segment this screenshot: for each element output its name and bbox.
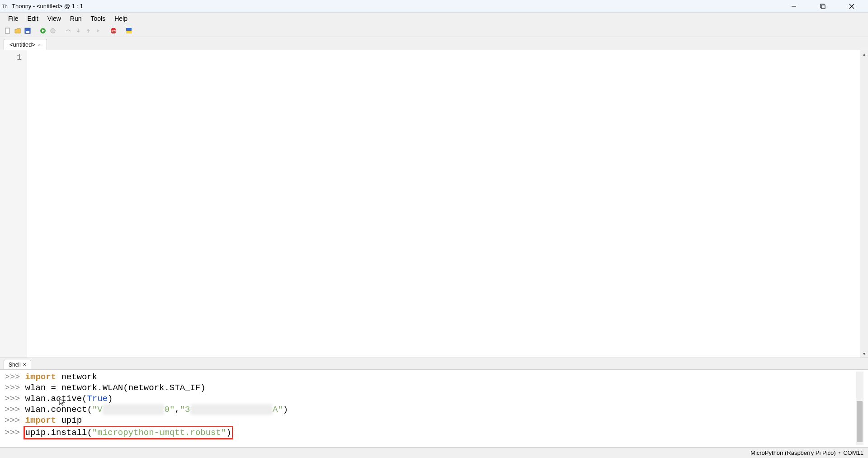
- shell-line: >>> wlan = network.WLAN(network.STA_IF): [5, 382, 856, 393]
- close-icon[interactable]: ×: [38, 42, 41, 48]
- window-title: Thonny - <untitled> @ 1 : 1: [12, 3, 83, 10]
- minimize-button[interactable]: [786, 1, 802, 12]
- line-number: 1: [0, 52, 27, 63]
- scrollbar-thumb[interactable]: [857, 401, 863, 442]
- stop-icon[interactable]: STOP: [109, 27, 118, 35]
- code-token: wlan = network.WLAN(network.STA_IF): [25, 383, 206, 393]
- code-token: xxxxxxxxxxxxxxxx: [190, 404, 273, 415]
- editor-scrollbar[interactable]: ▴ ▾: [860, 50, 868, 358]
- editor-body[interactable]: [27, 50, 860, 358]
- step-out-icon[interactable]: [84, 27, 92, 35]
- menu-edit[interactable]: Edit: [23, 14, 43, 24]
- svg-point-10: [51, 29, 55, 33]
- app-icon: Th: [2, 3, 9, 10]
- editor-tab-untitled[interactable]: <untitled> ×: [4, 39, 47, 50]
- editor-gutter: 1: [0, 50, 27, 358]
- editor-tab-label: <untitled>: [9, 41, 35, 48]
- shell-line: >>> wlan.connect("Vxxxxxxxxxxxx0","3xxxx…: [5, 404, 856, 415]
- code-token: ): [283, 405, 288, 415]
- code-token: wlan.active(: [25, 394, 87, 404]
- shell-scrollbar[interactable]: [856, 372, 863, 445]
- code-token: import: [25, 372, 56, 382]
- svg-rect-8: [26, 31, 29, 33]
- shell-line: >>> import network: [5, 372, 856, 382]
- step-over-icon[interactable]: [64, 27, 72, 35]
- flag-icon[interactable]: [125, 27, 133, 35]
- toolbar: STOP: [0, 24, 868, 37]
- maximize-button[interactable]: [815, 1, 831, 12]
- code-token: xxxxxxxxxxxx: [103, 404, 165, 415]
- status-bar: MicroPython (Raspberry Pi Pico) • COM11: [0, 447, 868, 458]
- status-separator: •: [839, 449, 841, 456]
- menu-run[interactable]: Run: [66, 14, 86, 24]
- code-token: ,: [175, 405, 179, 415]
- code-token: "micropython-umqtt.robust": [92, 428, 226, 438]
- svg-rect-3: [821, 5, 825, 9]
- code-token: ): [108, 394, 113, 404]
- svg-rect-14: [126, 31, 132, 33]
- shell-line: >>> upip.install("micropython-umqtt.robu…: [5, 426, 856, 439]
- status-port[interactable]: COM11: [843, 449, 863, 456]
- save-icon[interactable]: [24, 27, 32, 35]
- code-token: network: [56, 372, 97, 382]
- code-token: A": [273, 405, 283, 415]
- scroll-up-icon[interactable]: ▴: [860, 50, 868, 58]
- scroll-down-icon[interactable]: ▾: [860, 350, 868, 358]
- shell-prompt: >>>: [5, 394, 25, 404]
- code-token: "3: [180, 405, 190, 415]
- svg-rect-13: [126, 28, 132, 31]
- svg-text:STOP: STOP: [112, 30, 117, 33]
- code-token: wlan.connect(: [25, 405, 92, 415]
- menu-view[interactable]: View: [43, 14, 66, 24]
- code-token: 0": [164, 405, 175, 415]
- shell-tab[interactable]: Shell ×: [4, 360, 31, 369]
- menu-help[interactable]: Help: [110, 14, 132, 24]
- code-token: import: [25, 415, 56, 425]
- close-icon[interactable]: ×: [23, 362, 26, 368]
- editor-tabs: <untitled> ×: [0, 37, 868, 50]
- shell-tab-label: Shell: [9, 362, 21, 368]
- menu-bar: File Edit View Run Tools Help: [0, 13, 868, 24]
- shell-prompt: >>>: [5, 383, 25, 393]
- code-token: "V: [92, 405, 103, 415]
- editor-area[interactable]: 1 ▴ ▾: [0, 50, 868, 358]
- resume-icon[interactable]: [94, 27, 102, 35]
- shell-tabs: Shell ×: [0, 358, 868, 369]
- svg-rect-6: [5, 28, 9, 33]
- shell-line: >>> import upip: [5, 415, 856, 426]
- code-token: upip.install(: [25, 428, 92, 438]
- open-file-icon[interactable]: [14, 27, 22, 35]
- code-token: True: [87, 394, 108, 404]
- menu-tools[interactable]: Tools: [86, 14, 110, 24]
- run-icon[interactable]: [39, 27, 47, 35]
- close-button[interactable]: [844, 1, 860, 12]
- svg-text:Th: Th: [2, 4, 8, 9]
- shell-prompt: >>>: [5, 372, 25, 382]
- highlighted-command: upip.install("micropython-umqtt.robust"): [24, 426, 233, 439]
- debug-icon[interactable]: [49, 27, 57, 35]
- shell-prompt: >>>: [5, 428, 25, 438]
- title-bar: Th Thonny - <untitled> @ 1 : 1: [0, 0, 868, 13]
- code-token: ): [226, 428, 231, 438]
- shell-line: >>> wlan.active(True): [5, 393, 856, 404]
- shell-area[interactable]: >>> import network>>> wlan = network.WLA…: [0, 369, 868, 447]
- status-interpreter[interactable]: MicroPython (Raspberry Pi Pico): [750, 449, 836, 456]
- shell-prompt: >>>: [5, 405, 25, 415]
- menu-file[interactable]: File: [4, 14, 23, 24]
- shell-prompt: >>>: [5, 415, 25, 425]
- window-controls: [786, 1, 866, 12]
- new-file-icon[interactable]: [4, 27, 12, 35]
- code-token: upip: [56, 415, 82, 425]
- shell-content[interactable]: >>> import network>>> wlan = network.WLA…: [5, 372, 856, 445]
- step-into-icon[interactable]: [74, 27, 82, 35]
